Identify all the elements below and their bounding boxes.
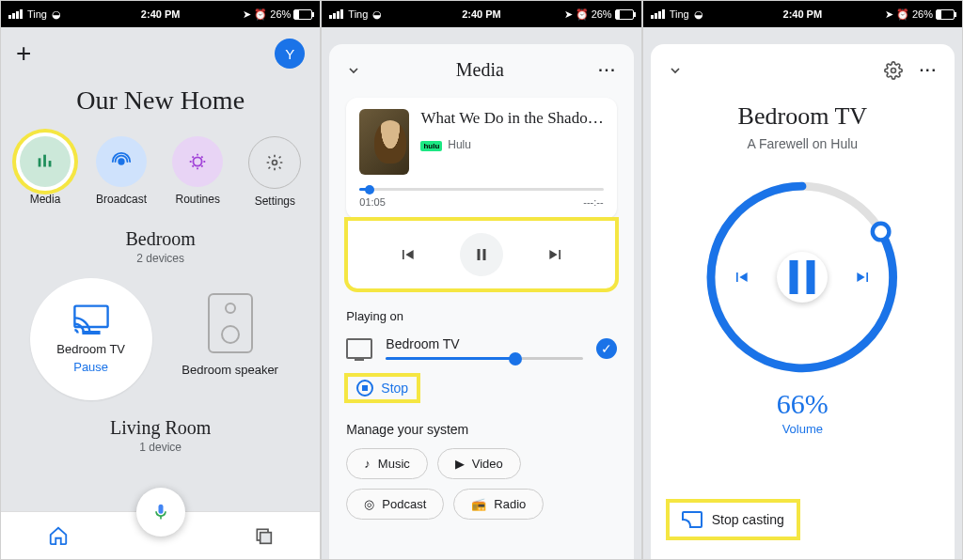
sheet-title: Media — [456, 59, 504, 81]
battery-icon — [936, 9, 955, 20]
pause-button[interactable] — [777, 252, 828, 303]
collapse-button[interactable] — [668, 63, 683, 78]
playback-controls — [346, 219, 616, 290]
wifi-icon: ◒ — [372, 8, 382, 21]
svg-point-3 — [118, 159, 124, 164]
signal-icon — [8, 9, 23, 19]
next-button[interactable] — [854, 268, 873, 287]
settings-label: Settings — [255, 194, 295, 208]
account-avatar[interactable]: Y — [275, 39, 305, 69]
battery-pct: 26% — [270, 8, 291, 20]
location-icon: ➤ — [564, 8, 573, 21]
svg-rect-9 — [260, 533, 272, 544]
clock: 2:40 PM — [783, 8, 823, 20]
chip-radio[interactable]: 📻Radio — [453, 489, 544, 520]
svg-point-5 — [273, 161, 277, 165]
alarm-icon: ⏰ — [576, 8, 589, 21]
device-tv-label: Bedroom TV — [56, 342, 125, 356]
location-icon: ➤ — [885, 8, 893, 21]
chip-podcast-label: Podcast — [382, 497, 426, 511]
svg-rect-0 — [39, 158, 41, 166]
podcast-icon: ◎ — [364, 497, 374, 511]
volume-dial[interactable] — [699, 174, 906, 381]
carrier: Ting — [670, 8, 689, 20]
media-action[interactable]: Media — [20, 136, 71, 208]
status-bar: Ting ◒ 2:40 PM ➤ ⏰ 26% — [322, 1, 640, 27]
device-bedroom-speaker[interactable]: Bedroom speaker — [169, 278, 292, 391]
remote-subtitle: A Farewell on Hulu — [668, 136, 938, 151]
location-icon: ➤ — [243, 8, 251, 21]
media-label: Media — [30, 193, 61, 206]
routines-icon — [172, 136, 223, 187]
battery-pct: 26% — [912, 8, 933, 20]
next-button[interactable] — [545, 243, 567, 266]
svg-point-12 — [891, 69, 895, 73]
device-speaker-label: Bedroom speaker — [182, 363, 278, 377]
chip-music[interactable]: ♪Music — [346, 448, 427, 479]
more-button[interactable]: ··· — [920, 62, 938, 79]
device-selected-check-icon[interactable]: ✓ — [596, 338, 617, 359]
settings-action[interactable]: Settings — [248, 136, 301, 208]
svg-rect-1 — [43, 155, 46, 167]
signal-icon — [651, 9, 665, 19]
chip-video[interactable]: ▶Video — [437, 448, 521, 479]
alarm-icon: ⏰ — [254, 8, 267, 21]
stop-button[interactable]: Stop — [346, 375, 418, 401]
now-playing-title: What We Do in the Shado… — [420, 109, 603, 128]
speaker-icon — [208, 293, 253, 353]
remote-device-title: Bedroom TV — [668, 102, 938, 131]
collapse-button[interactable] — [346, 63, 361, 78]
more-button[interactable]: ··· — [598, 62, 616, 79]
previous-button[interactable] — [732, 268, 750, 287]
svg-rect-15 — [790, 260, 798, 294]
pause-button[interactable] — [460, 233, 503, 276]
stop-casting-label: Stop casting — [712, 512, 784, 527]
clock: 2:40 PM — [141, 8, 181, 20]
cast-icon — [682, 511, 703, 528]
playing-on-device: Bedroom TV — [386, 336, 582, 351]
radio-icon: 📻 — [471, 497, 486, 511]
signal-icon — [329, 9, 343, 19]
svg-rect-10 — [477, 249, 480, 260]
chip-video-label: Video — [472, 457, 503, 471]
volume-label: Volume — [668, 422, 938, 436]
music-note-icon: ♪ — [364, 457, 371, 471]
routines-action[interactable]: Routines — [172, 136, 223, 208]
stop-label: Stop — [381, 381, 408, 396]
battery-pct: 26% — [592, 8, 612, 20]
progress-slider[interactable]: 01:05 ---:-- — [359, 188, 603, 208]
device-tv-action[interactable]: Pause — [73, 360, 108, 374]
stop-casting-button[interactable]: Stop casting — [668, 501, 798, 538]
settings-button[interactable] — [884, 61, 903, 80]
now-playing-service: Hulu — [448, 138, 471, 151]
settings-icon — [248, 136, 301, 189]
chip-podcast[interactable]: ◎Podcast — [346, 489, 444, 520]
broadcast-action[interactable]: Broadcast — [96, 136, 147, 208]
status-bar: Ting ◒ 2:40 PM ➤ ⏰ 26% — [1, 1, 320, 27]
home-tab[interactable] — [48, 525, 69, 546]
tv-icon — [346, 338, 372, 359]
device-bedroom-tv[interactable]: Bedroom TV Pause — [30, 278, 152, 400]
status-bar: Ting ◒ 2:40 PM ➤ ⏰ 26% — [643, 1, 962, 27]
svg-rect-2 — [49, 161, 52, 166]
volume-slider[interactable] — [386, 357, 582, 360]
activity-tab[interactable] — [254, 526, 273, 545]
time-total: ---:-- — [583, 196, 603, 208]
svg-rect-16 — [807, 260, 815, 294]
hulu-badge-icon: hulu — [420, 141, 442, 151]
room-bedroom-sub: 2 devices — [16, 252, 305, 265]
add-button[interactable]: + — [16, 39, 31, 69]
battery-icon — [293, 9, 312, 20]
playing-on-label: Playing on — [346, 309, 616, 323]
chip-radio-label: Radio — [494, 497, 526, 511]
cast-tv-icon — [72, 304, 110, 334]
previous-button[interactable] — [396, 243, 418, 266]
room-living-sub: 1 device — [16, 441, 305, 454]
time-elapsed: 01:05 — [359, 196, 386, 208]
volume-percent: 66% — [668, 388, 938, 420]
alarm-icon: ⏰ — [896, 8, 909, 21]
clock: 2:40 PM — [462, 8, 501, 20]
now-playing-thumbnail — [359, 109, 409, 175]
carrier: Ting — [27, 8, 47, 20]
assistant-mic-button[interactable] — [136, 488, 185, 537]
